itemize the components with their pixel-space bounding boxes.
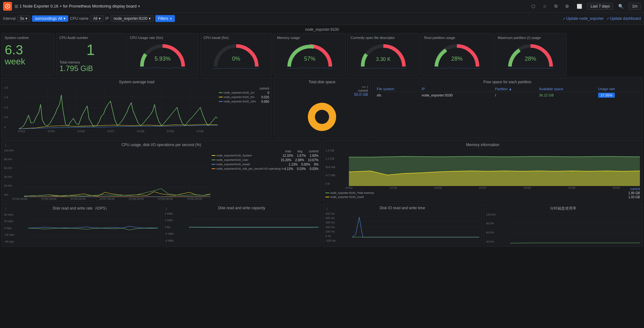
surroundings-filter[interactable]: surroundings All ▾ [32, 15, 68, 22]
runtime-unit: week [5, 57, 25, 67]
filter-bar-right: ↗ Update node_exporter ↗ Update dashboar… [563, 16, 641, 21]
usage-badge: 27.55% [598, 93, 615, 98]
col-filesystem: File system [375, 86, 420, 92]
cpu-audit-card: CPU Audit number 1 Total memory 1.795 Gi… [56, 33, 125, 76]
svg-point-1 [7, 6, 8, 7]
max-partition-card: Maximum partition (/) usage 28% [494, 33, 567, 76]
memory-info-title: Memory information [325, 143, 640, 147]
col-partition: Partition ▲ [493, 86, 537, 92]
tv-button[interactable]: ⬜ [574, 3, 585, 10]
cpu-disk-chart: 100.0% 80.0% 60.0% 40.0% 20.0% 0% [4, 148, 210, 197]
disk-io-time-title: Disk IO read and write time [325, 206, 479, 210]
memory-usage-value: 57% [304, 56, 315, 62]
max-partition-value: 28% [525, 56, 536, 62]
disk-usage-rate-card: 分时磁盘使用率 100.0% 80.0% 60.0% 40.0% [483, 203, 643, 247]
free-space-title: Free space for each partition [375, 80, 640, 84]
open-file-gauge: 3.30 K [351, 41, 416, 69]
cpu-usage-gauge: 5.93% [130, 41, 195, 69]
free-space-table: File system IP Partition ▲ Available spa… [375, 86, 640, 98]
system-runtime-title: System runtime [5, 36, 51, 40]
cpu-disk-legend: max avg current node_exporter9100_System… [212, 148, 319, 197]
cpu-usage-value: 5.93% [154, 56, 170, 62]
free-space-card: Free space for each partition File syste… [372, 77, 643, 139]
metrics-row: System runtime 6.3 week CPU Audit number… [1, 33, 643, 76]
cpu-iowait-title: CPU iowait (5m) [203, 36, 269, 40]
avg-load-title: System average load [4, 80, 269, 84]
runtime-value: 6.3 [5, 43, 23, 57]
filters-button[interactable]: Filters + [155, 15, 175, 22]
second-row: System average load 2.0 1.5 1.0 0.5 0 [1, 77, 643, 139]
ip-label: IP [105, 16, 109, 21]
interval-label: Interval [3, 16, 15, 21]
star-button[interactable]: ☆ [540, 3, 549, 10]
refresh-button[interactable]: 1m [629, 3, 641, 10]
total-disk-card: Total disk space / current 50.0 GB [273, 77, 371, 139]
cpu-name-label: CPU name [70, 16, 89, 21]
memory-usage-title: Memory usage [277, 36, 342, 40]
disk-rw-capacity-chart: 4 MBs 2 MBs 0 Bs -2 MBs -4 MBs [165, 211, 319, 243]
col-available: Available space [537, 86, 596, 92]
disk-rw-capacity-title: Disk read and write capacity [165, 206, 319, 210]
info-icon: i [5, 144, 6, 147]
root-partition-card: Root partition usage 28% [421, 33, 493, 76]
cpu-usage-card: CPU Usage rate (5m) 5.93% [126, 33, 199, 76]
memory-info-card: Memory information 1.9 GB 1.4 GB 954 MB … [323, 140, 643, 202]
cpu-usage-title: CPU Usage rate (5m) [130, 36, 195, 40]
memory-usage-card: Memory usage 57% [274, 33, 346, 76]
disk-rw-rate-title: Disk read and write rate（IOPS） [4, 206, 158, 211]
svg-point-14 [315, 110, 329, 124]
disk-io-time-card: i Disk IO read and write time 500 ms 400… [323, 203, 482, 247]
disk-rw-capacity-card: i Disk read and write capacity 4 MBs 2 M… [162, 203, 321, 247]
cpu-count: 1 [59, 41, 122, 59]
open-file-card: Currently open file descriptor 3.30 K [347, 33, 419, 76]
max-partition-gauge: 28% [498, 41, 563, 69]
root-partition-title: Root partition usage [424, 36, 490, 40]
main-content: node_exporter:9100 System runtime 6.3 we… [0, 25, 644, 248]
disk-rw-info-icon: i [5, 207, 6, 210]
settings-button[interactable]: ⚙ [563, 3, 572, 10]
root-partition-gauge: 28% [424, 41, 490, 69]
root-partition-value: 28% [451, 56, 463, 62]
table-row: xfs node_exporter:9100 / 36.22 GB 27.55% [375, 92, 640, 98]
total-memory-label: Total memory [59, 60, 122, 64]
host-label: node_exporter:9100 [1, 26, 643, 33]
dropdown-arrow-icon[interactable]: ▾ [138, 4, 140, 8]
memory-usage-gauge: 57% [277, 41, 342, 69]
max-partition-title: Maximum partition (/) usage [498, 36, 563, 40]
total-memory-value: 1.795 GiB [59, 64, 122, 73]
zoom-button[interactable]: 🔍 [616, 3, 626, 10]
disk-usage-rate-title: 分时磁盘使用率 [486, 206, 640, 211]
col-usage: Usage rate [596, 86, 640, 92]
copy-button[interactable]: ⧉ [552, 2, 560, 10]
disk-rw-rate-chart: 40 iops 20 iops 0 iops -20 iops -40 iops [4, 212, 158, 244]
cpu-name-filter[interactable]: All ▾ [90, 15, 103, 22]
top-bar-left: ▩ 1 Node Exporter 0.16 + for Prometheus … [3, 2, 529, 11]
avg-load-chart: 2.0 1.5 1.0 0.5 0 [4, 85, 218, 129]
disk-io-time-chart: 500 ms 400 ms 300 ms 200 ms 100 ms 0 ns … [325, 211, 479, 243]
bottom-row: i Disk read and write rate（IOPS） 40 iops… [1, 203, 643, 247]
col-ip: IP [420, 86, 493, 92]
interval-filter[interactable]: 5s ▾ [17, 15, 30, 22]
top-bar: ▩ 1 Node Exporter 0.16 + for Prometheus … [0, 0, 644, 13]
top-bar-right: ⬡ ☆ ⧉ ⚙ ⬜ Last 7 days 🔍 1m [529, 2, 641, 10]
system-avg-load-card: System average load 2.0 1.5 1.0 0.5 0 [1, 77, 272, 139]
share-button[interactable]: ⬡ [529, 3, 538, 10]
cpu-iowait-value: 0% [232, 56, 240, 62]
dashboard-title: 1 Node Exporter 0.16 + for Prometheus Mo… [19, 4, 137, 8]
disk-usage-rate-chart: 100.0% 80.0% 60.0% 40.0% [486, 212, 640, 244]
cpu-iowait-gauge: 0% [203, 41, 269, 69]
cpu-iowait-card: CPU iowait (5m) 0% [200, 33, 272, 76]
filter-bar: Interval 5s ▾ surroundings All ▾ CPU nam… [0, 13, 644, 25]
update-node-button[interactable]: ↗ Update node_exporter [563, 16, 604, 21]
disk-cap-info-icon: i [166, 207, 167, 210]
app-logo [3, 2, 12, 11]
cpu-disk-ops-card: i CPU usage, disk I/O operations per sec… [1, 140, 321, 202]
open-file-value: 3.30 K [376, 57, 391, 62]
disk-io-info-icon: i [327, 207, 327, 210]
third-row: i CPU usage, disk I/O operations per sec… [1, 140, 643, 202]
memory-info-chart: 1.9 GB 1.4 GB 954 MB 477 MB 0 B [325, 148, 640, 186]
avg-load-legend: current node_exporter:9100_1m 0 node_exp… [219, 85, 269, 129]
time-range-button[interactable]: Last 7 days [587, 3, 613, 10]
ip-filter[interactable]: node_exporter:9100 ▾ [111, 15, 153, 22]
update-dashboard-button[interactable]: ↗ Update dashboard [606, 16, 641, 21]
